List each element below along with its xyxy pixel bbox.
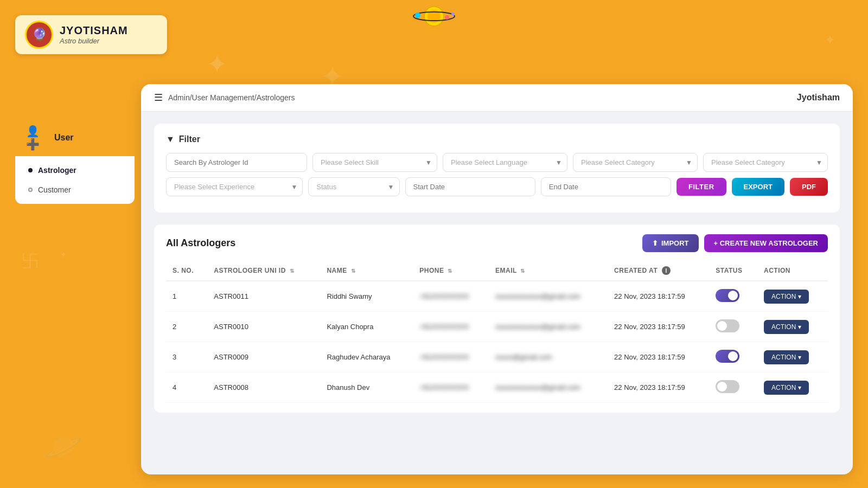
status-toggle-2[interactable] xyxy=(716,350,739,363)
action-label-0: ACTION xyxy=(771,293,796,300)
col-sno: S. NO. xyxy=(166,261,207,281)
sort-name-icon: ⇅ xyxy=(351,268,356,274)
cell-phone-0: +91XXXXXXXX xyxy=(413,281,489,312)
status-select[interactable]: Status xyxy=(308,177,399,196)
cell-sno-3: 4 xyxy=(166,373,207,403)
cell-phone-2: +91XXXXXXXX xyxy=(413,342,489,373)
col-created: CREATED AT i xyxy=(608,261,709,281)
pdf-button[interactable]: PDF xyxy=(790,178,828,196)
category2-select[interactable]: Please Select Category xyxy=(703,153,828,172)
toggle-slider-3[interactable] xyxy=(716,380,739,393)
cell-uni-id-0: ASTR0011 xyxy=(207,281,320,312)
toggle-slider-1[interactable] xyxy=(716,319,739,332)
export-button[interactable]: EXPORT xyxy=(732,178,784,196)
cell-sno-1: 2 xyxy=(166,312,207,342)
cell-status-2[interactable] xyxy=(709,342,757,373)
header-brand: Jyotisham xyxy=(797,93,840,102)
cell-created-3: 22 Nov, 2023 18:17:59 xyxy=(608,373,709,403)
cell-uni-id-2: ASTR0009 xyxy=(207,342,320,373)
action-chevron-3: ▾ xyxy=(798,384,801,391)
cell-action-2: ACTION ▾ xyxy=(757,342,828,373)
action-chevron-2: ▾ xyxy=(798,354,801,361)
table-row: 2 ASTR0010 Kalyan Chopra +91XXXXXXXX xxx… xyxy=(166,312,828,342)
header-bar: ☰ Admin/User Management/Astrologers Jyot… xyxy=(141,84,853,112)
create-astrologer-button[interactable]: + CREATE NEW ASTROLOGER xyxy=(704,234,828,252)
action-button-1[interactable]: ACTION ▾ xyxy=(764,320,809,334)
status-select-wrapper: Status ▼ xyxy=(308,177,399,196)
cell-action-3: ACTION ▾ xyxy=(757,373,828,403)
sidebar-item-astrologer[interactable]: Astrologer xyxy=(15,160,135,180)
sidebar: 👤➕ User Astrologer Customer xyxy=(15,119,135,204)
toggle-slider-0[interactable] xyxy=(716,289,739,302)
col-uni-id: ASTROLOGER UNI ID ⇅ xyxy=(207,261,320,281)
filter-header: ▼ Filter xyxy=(166,134,828,144)
sort-uni-id-icon: ⇅ xyxy=(290,268,295,274)
filter-button[interactable]: FILTER xyxy=(676,178,726,196)
toggle-slider-2[interactable] xyxy=(716,350,739,363)
cell-name-1: Kalyan Chopra xyxy=(320,312,413,342)
action-button-0[interactable]: ACTION ▾ xyxy=(764,290,809,304)
table-head: S. NO. ASTROLOGER UNI ID ⇅ NAME ⇅ PHONE … xyxy=(166,261,828,281)
svg-point-3 xyxy=(415,12,420,18)
sort-phone-icon: ⇅ xyxy=(448,268,452,274)
sidebar-user-section[interactable]: 👤➕ User xyxy=(15,119,135,156)
header-nav: ☰ Admin/User Management/Astrologers xyxy=(154,92,295,104)
skill-select[interactable]: Please Select Skill xyxy=(312,153,437,172)
cell-sno-2: 3 xyxy=(166,342,207,373)
cell-action-1: ACTION ▾ xyxy=(757,312,828,342)
cell-name-0: Riddhi Swamy xyxy=(320,281,413,312)
cell-email-3: xxxxxxxxxxxxx@gmail.com xyxy=(489,373,608,403)
table-body: 1 ASTR0011 Riddhi Swamy +91XXXXXXXX xxxx… xyxy=(166,281,828,403)
created-info-icon[interactable]: i xyxy=(662,266,671,275)
sort-email-icon: ⇅ xyxy=(520,268,525,274)
status-toggle-3[interactable] xyxy=(716,380,739,393)
status-toggle-0[interactable] xyxy=(716,289,739,302)
action-button-3[interactable]: ACTION ▾ xyxy=(764,381,809,395)
cell-name-3: Dhanush Dev xyxy=(320,373,413,403)
action-label-2: ACTION xyxy=(771,354,796,361)
cell-status-3[interactable] xyxy=(709,373,757,403)
cell-status-1[interactable] xyxy=(709,312,757,342)
table-actions: ⬆ IMPORT + CREATE NEW ASTROLOGER xyxy=(642,234,828,252)
action-label-1: ACTION xyxy=(771,323,796,331)
table-title: All Astrologers xyxy=(166,237,235,249)
menu-icon[interactable]: ☰ xyxy=(154,92,163,104)
cell-action-0: ACTION ▾ xyxy=(757,281,828,312)
language-select-wrapper: Please Select Language ▼ xyxy=(443,153,567,172)
status-toggle-1[interactable] xyxy=(716,319,739,332)
cell-uni-id-3: ASTR0008 xyxy=(207,373,320,403)
cell-status-0[interactable] xyxy=(709,281,757,312)
action-button-2[interactable]: ACTION ▾ xyxy=(764,350,809,364)
active-dot xyxy=(28,168,33,172)
action-label-3: ACTION xyxy=(771,384,796,391)
filter-icon: ▼ xyxy=(166,134,175,144)
cell-sno-0: 1 xyxy=(166,281,207,312)
sidebar-item-customer[interactable]: Customer xyxy=(15,180,135,200)
sidebar-user-label: User xyxy=(54,133,74,143)
action-chevron-1: ▾ xyxy=(798,323,801,331)
cell-name-2: Raghudev Acharaya xyxy=(320,342,413,373)
col-action: ACTION xyxy=(757,261,828,281)
cell-created-2: 22 Nov, 2023 18:17:59 xyxy=(608,342,709,373)
end-date-input[interactable] xyxy=(541,177,671,196)
breadcrumb: Admin/User Management/Astrologers xyxy=(168,93,295,102)
experience-select-wrapper: Please Select Experience ▼ xyxy=(166,177,303,196)
top-decoration xyxy=(407,0,461,35)
svg-point-5 xyxy=(451,12,455,16)
import-label: IMPORT xyxy=(661,239,689,247)
category1-select[interactable]: Please Select Category xyxy=(573,153,698,172)
col-status: STATUS xyxy=(709,261,757,281)
svg-point-4 xyxy=(445,15,449,20)
col-name: NAME ⇅ xyxy=(320,261,413,281)
filter-row-1: Please Select Skill ▼ Please Select Lang… xyxy=(166,153,828,172)
import-icon: ⬆ xyxy=(652,239,658,247)
experience-select[interactable]: Please Select Experience xyxy=(166,177,303,196)
logo-box: 🔮 JYOTISHAM Astro builder xyxy=(15,15,167,54)
cell-created-0: 22 Nov, 2023 18:17:59 xyxy=(608,281,709,312)
cell-email-2: xxxxx@gmail.com xyxy=(489,342,608,373)
language-select[interactable]: Please Select Language xyxy=(443,153,567,172)
import-button[interactable]: ⬆ IMPORT xyxy=(642,234,699,252)
category1-select-wrapper: Please Select Category ▼ xyxy=(573,153,698,172)
search-input[interactable] xyxy=(166,153,307,172)
start-date-input[interactable] xyxy=(405,177,535,196)
